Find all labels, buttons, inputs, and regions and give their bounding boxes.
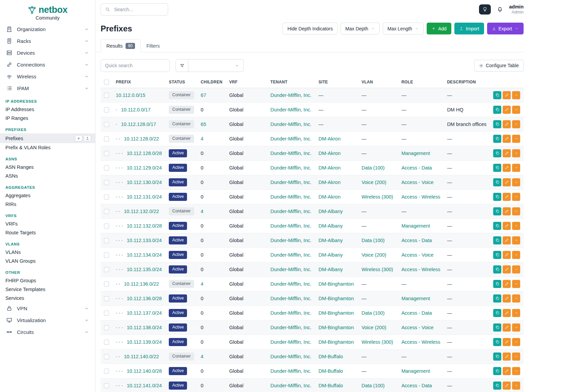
edit-button[interactable] [503,236,511,244]
row-menu-button[interactable] [512,280,520,288]
site-link[interactable]: DM-Buffalo [318,368,343,374]
copy-button[interactable] [493,309,501,317]
site-link[interactable]: DM-Buffalo [318,383,343,388]
site-link[interactable]: DM-Albany [318,238,343,243]
tenant-link[interactable]: Dunder-Mifflin, Inc. [270,252,311,258]
export-button[interactable]: Export [487,23,524,34]
copy-button[interactable] [493,135,501,143]
prefix-link[interactable]: 10.112.135.0/24 [127,267,162,272]
prefix-link[interactable]: 10.112.136.0/28 [127,296,162,301]
row-checkbox[interactable] [104,165,109,171]
role-link[interactable]: Access - Voice [401,180,433,185]
copy-button[interactable] [493,236,501,244]
site-link[interactable]: DM-Albany [318,267,343,272]
copy-button[interactable] [493,149,501,157]
column-header-description[interactable]: DESCRIPTION [444,77,490,88]
copy-button[interactable] [493,352,501,361]
row-menu-button[interactable] [512,382,520,390]
row-menu-button[interactable] [512,149,520,157]
edit-button[interactable] [503,120,511,128]
tenant-link[interactable]: Dunder-Mifflin, Inc. [270,310,311,316]
tenant-link[interactable]: Dunder-Mifflin, Inc. [270,325,311,330]
sidebar-item-services[interactable]: Services [0,294,95,303]
max-length-button[interactable]: Max Length [383,23,424,34]
role-link[interactable]: Access - Voice [401,252,433,258]
site-link[interactable]: DM-Binghamton [318,339,354,345]
row-menu-button[interactable] [512,309,520,317]
tab-results[interactable]: Results90 [101,39,141,52]
edit-button[interactable] [503,178,511,186]
tenant-link[interactable]: Dunder-Mifflin, Inc. [270,238,311,243]
sidebar-item-vlan-groups[interactable]: VLAN Groups [0,257,95,265]
role-link[interactable]: Access - Wireless [401,267,440,272]
site-link[interactable]: DM-Akron [318,180,340,185]
prefix-link[interactable]: 10.112.132.0/22 [124,209,159,214]
sidebar-quick-import-button[interactable] [84,135,91,141]
edit-button[interactable] [503,207,511,215]
vlan-link[interactable]: Wireless (300) [362,267,393,272]
children-count-link[interactable]: 4 [201,136,204,141]
row-menu-button[interactable] [512,367,520,375]
site-link[interactable]: DM-Akron [318,165,340,171]
tenant-link[interactable]: Dunder-Mifflin, Inc. [270,93,311,98]
site-link[interactable]: DM-Buffalo [318,354,343,359]
row-menu-button[interactable] [512,222,520,230]
notifications-button[interactable] [497,6,503,13]
site-link[interactable]: DM-Binghamton [318,296,354,301]
column-header-vrf[interactable]: VRF [226,77,267,88]
copy-button[interactable] [493,382,501,390]
sidebar-item-virtualization[interactable]: Virtualization [0,314,95,326]
copy-button[interactable] [493,294,501,303]
sidebar-item-devices[interactable]: Devices [0,47,95,59]
tenant-link[interactable]: Dunder-Mifflin, Inc. [270,165,311,171]
sidebar-item-wireless[interactable]: Wireless [0,71,95,82]
role-link[interactable]: Access - Data [401,238,432,243]
prefix-link[interactable]: 10.112.140.0/28 [127,368,162,374]
sidebar-item-fhrp-groups[interactable]: FHRP Groups [0,276,95,285]
row-checkbox[interactable] [104,282,109,287]
row-checkbox[interactable] [104,253,109,258]
vlan-link[interactable]: Voice (200) [362,325,386,330]
max-depth-button[interactable]: Max Depth [341,23,380,34]
theme-toggle-button[interactable] [479,4,491,15]
role-link[interactable]: Management [401,151,430,156]
edit-button[interactable] [503,251,511,259]
row-menu-button[interactable] [512,120,520,128]
sidebar-item-ip-addresses[interactable]: IP Addresses [0,105,95,114]
tenant-link[interactable]: Dunder-Mifflin, Inc. [270,223,311,229]
column-header-role[interactable]: ROLE [398,77,444,88]
site-link[interactable]: DM-Binghamton [318,325,354,330]
sidebar-item-rirs[interactable]: RIRs [0,200,95,209]
vlan-link[interactable]: Data (100) [362,310,385,316]
row-checkbox[interactable] [104,267,109,272]
row-checkbox[interactable] [104,340,109,345]
hide-depth-indicators-button[interactable]: Hide Depth Indicators [283,23,338,34]
site-link[interactable]: DM-Albany [318,223,343,229]
sidebar-item-ipam[interactable]: IPAM [0,82,95,94]
row-checkbox[interactable] [104,209,109,214]
tenant-link[interactable]: Dunder-Mifflin, Inc. [270,136,311,141]
tenant-link[interactable]: Dunder-Mifflin, Inc. [270,180,311,185]
row-menu-button[interactable] [512,265,520,273]
copy-button[interactable] [493,367,501,375]
tenant-link[interactable]: Dunder-Mifflin, Inc. [270,368,311,374]
copy-button[interactable] [493,338,501,346]
vlan-link[interactable]: Data (100) [362,383,385,388]
tenant-link[interactable]: Dunder-Mifflin, Inc. [270,383,311,388]
tenant-link[interactable]: Dunder-Mifflin, Inc. [270,296,311,301]
import-button[interactable]: Import [454,23,484,34]
prefix-link[interactable]: 10.112.134.0/24 [127,252,162,258]
prefix-link[interactable]: 10.112.128.0/22 [124,136,159,141]
site-link[interactable]: DM-Akron [318,151,340,156]
role-link[interactable]: Access - Voice [401,325,433,330]
row-checkbox[interactable] [104,136,109,141]
tab-filters[interactable]: Filters [141,39,165,52]
row-checkbox[interactable] [104,325,109,330]
user-menu[interactable]: admin Admin [509,4,524,15]
sidebar-item-ip-ranges[interactable]: IP Ranges [0,114,95,123]
children-count-link[interactable]: 4 [201,281,204,287]
edit-button[interactable] [503,294,511,303]
prefix-link[interactable]: 10.112.141.0/24 [127,383,162,388]
row-checkbox[interactable] [104,354,109,359]
role-link[interactable]: Management [401,368,430,374]
